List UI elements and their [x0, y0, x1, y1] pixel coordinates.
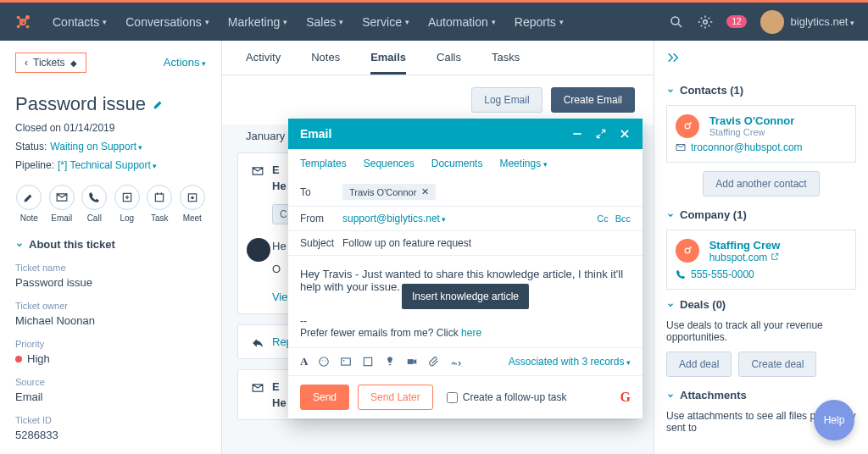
nav-reports[interactable]: Reports [515, 15, 564, 29]
status-dropdown[interactable]: Waiting on Support [50, 141, 142, 152]
left-panel: ‹ Tickets ◆ Actions Password issue Close… [0, 41, 222, 454]
closed-date: Closed on 01/14/2019 [15, 122, 206, 134]
tab-notes[interactable]: Notes [311, 51, 340, 75]
contact-badge-icon [676, 114, 699, 138]
actions-menu[interactable]: Actions [164, 56, 206, 69]
svg-rect-31 [408, 359, 414, 364]
svg-point-10 [704, 19, 708, 24]
tooltip: Insert knowledge article [402, 284, 529, 309]
followup-checkbox[interactable]: Create a follow-up task [447, 391, 567, 403]
tab-calls[interactable]: Calls [437, 51, 461, 75]
company-badge-icon [676, 239, 699, 263]
unsubscribe-link[interactable]: here [461, 327, 481, 339]
cc-button[interactable]: Cc [597, 213, 608, 224]
from-dropdown[interactable]: support@biglytics.net [342, 213, 446, 224]
svg-point-26 [326, 360, 326, 361]
expand-icon[interactable] [595, 128, 607, 140]
field-ticket-name: Password issue [15, 276, 206, 289]
send-later-button[interactable]: Send Later [358, 385, 433, 410]
contacts-section[interactable]: Contacts (1) [666, 84, 856, 97]
contact-name[interactable]: Travis O'Connor [709, 114, 795, 127]
log-button[interactable]: Log [114, 185, 142, 223]
add-deal-button[interactable]: Add deal [666, 352, 732, 377]
notification-badge[interactable]: 12 [726, 15, 746, 28]
expand-panel-icon[interactable] [666, 51, 680, 64]
compose-tab-sequences[interactable]: Sequences [364, 158, 415, 169]
nav-contacts[interactable]: Contacts [53, 15, 107, 29]
envelope-icon [252, 165, 264, 177]
search-icon[interactable] [669, 14, 684, 30]
nav-conversations[interactable]: Conversations [125, 15, 209, 29]
tab-activity[interactable]: Activity [246, 51, 281, 75]
compose-tab-documents[interactable]: Documents [431, 158, 483, 169]
back-to-tickets[interactable]: ‹ Tickets ◆ [15, 53, 86, 73]
nav-marketing[interactable]: Marketing [228, 15, 287, 29]
send-button[interactable]: Send [300, 385, 349, 410]
svg-point-22 [689, 246, 691, 248]
field-source: Email [15, 390, 206, 403]
bcc-button[interactable]: Bcc [615, 213, 631, 224]
svg-rect-29 [364, 357, 372, 365]
svg-point-24 [320, 357, 329, 367]
remove-recipient-icon: ✕ [421, 186, 429, 197]
email-button[interactable]: Email [48, 185, 76, 223]
avatar [760, 10, 784, 34]
note-button[interactable]: Note [15, 185, 43, 223]
thread-avatar [247, 238, 270, 262]
gear-icon[interactable] [698, 14, 713, 30]
company-site[interactable]: hubspot.com [709, 252, 781, 263]
top-nav: Contacts Conversations Marketing Sales S… [0, 3, 868, 41]
recipient-pill[interactable]: Travis O'Connor ✕ [342, 184, 436, 200]
right-panel: Contacts (1) Travis O'Connor Staffing Cr… [654, 41, 868, 454]
company-phone[interactable]: 555-555-0000 [676, 269, 847, 280]
attachments-section[interactable]: Attachments [666, 389, 856, 401]
tab-emails[interactable]: Emails [370, 51, 406, 75]
font-icon[interactable]: A [300, 355, 308, 368]
create-deal-button[interactable]: Create deal [738, 352, 816, 377]
google-icon[interactable]: G [620, 390, 631, 405]
close-icon[interactable] [619, 128, 631, 140]
nav-service[interactable]: Service [362, 15, 409, 29]
compose-title: Email [300, 127, 331, 141]
svg-rect-30 [389, 364, 391, 365]
svg-rect-14 [156, 194, 164, 202]
envelope-icon [252, 382, 264, 394]
meet-button[interactable]: Meet [179, 185, 207, 223]
contact-email[interactable]: troconnor@hubspot.com [676, 141, 847, 153]
email-compose-dialog: Email Templates Sequences Documents Meet… [288, 119, 643, 418]
emoji-icon[interactable] [318, 356, 330, 368]
nav-automation[interactable]: Automation [428, 15, 496, 29]
reply-icon [252, 337, 264, 349]
associated-dropdown[interactable]: Associated with 3 records [509, 356, 631, 368]
signature-icon[interactable] [450, 356, 462, 368]
knowledge-article-icon[interactable] [384, 356, 396, 368]
task-button[interactable]: Task [146, 185, 174, 223]
ticket-title: Password issue [15, 93, 146, 115]
minimize-icon[interactable] [571, 128, 583, 140]
edit-title-icon[interactable] [153, 98, 164, 110]
add-contact-button[interactable]: Add another contact [703, 171, 819, 197]
field-ticket-id: 5286833 [15, 429, 206, 441]
image-icon[interactable] [340, 356, 352, 368]
company-name[interactable]: Staffing Crew [709, 239, 781, 252]
subject-input[interactable]: Follow up on feature request [342, 237, 471, 249]
company-card[interactable]: Staffing Crew hubspot.com 555-555-0000 [666, 230, 856, 290]
help-button[interactable]: Help [814, 400, 854, 440]
snippet-icon[interactable] [362, 356, 374, 368]
about-ticket-header[interactable]: About this ticket [15, 238, 206, 251]
contact-card[interactable]: Travis O'Connor Staffing Crew troconnor@… [666, 105, 856, 163]
compose-tab-meetings[interactable]: Meetings [499, 158, 547, 169]
company-section[interactable]: Company (1) [666, 208, 856, 221]
attachment-icon[interactable] [428, 356, 440, 368]
tab-tasks[interactable]: Tasks [492, 51, 520, 75]
field-owner: Michael Noonan [15, 314, 206, 327]
nav-sales[interactable]: Sales [306, 15, 343, 29]
video-icon[interactable] [406, 356, 418, 368]
call-button[interactable]: Call [81, 185, 108, 223]
pipeline-dropdown[interactable]: [*] Technical Support [58, 159, 157, 171]
compose-tab-templates[interactable]: Templates [300, 158, 347, 169]
log-email-button[interactable]: Log Email [471, 87, 542, 113]
create-email-button[interactable]: Create Email [551, 87, 635, 113]
account-menu[interactable]: biglytics.net [760, 10, 854, 34]
deals-section[interactable]: Deals (0) [666, 298, 856, 311]
